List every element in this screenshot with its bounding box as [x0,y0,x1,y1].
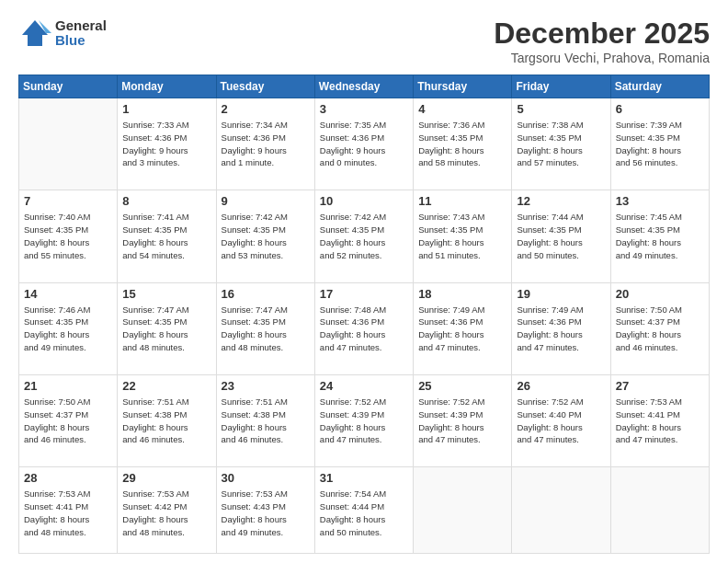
header: General Blue December 2025 Targsoru Vech… [18,17,710,65]
day-info: Sunrise: 7:53 AM Sunset: 4:41 PM Dayligh… [616,396,704,446]
svg-marker-0 [22,20,48,46]
day-number: 21 [24,379,112,393]
table-row: 9Sunrise: 7:42 AM Sunset: 4:35 PM Daylig… [216,190,314,282]
table-row: 12Sunrise: 7:44 AM Sunset: 4:35 PM Dayli… [512,190,610,282]
day-info: Sunrise: 7:50 AM Sunset: 4:37 PM Dayligh… [616,304,704,354]
table-row: 26Sunrise: 7:52 AM Sunset: 4:40 PM Dayli… [512,375,610,467]
table-row: 23Sunrise: 7:51 AM Sunset: 4:38 PM Dayli… [216,375,314,467]
day-number: 14 [24,287,112,301]
day-info: Sunrise: 7:49 AM Sunset: 4:36 PM Dayligh… [517,304,605,354]
day-number: 23 [222,379,310,393]
table-row: 6Sunrise: 7:39 AM Sunset: 4:35 PM Daylig… [610,98,709,190]
page: General Blue December 2025 Targsoru Vech… [0,0,728,563]
day-number: 5 [517,102,605,116]
day-number: 3 [320,102,408,116]
day-info: Sunrise: 7:51 AM Sunset: 4:38 PM Dayligh… [122,396,210,446]
table-row: 29Sunrise: 7:53 AM Sunset: 4:42 PM Dayli… [118,467,216,554]
day-info: Sunrise: 7:41 AM Sunset: 4:35 PM Dayligh… [122,211,210,261]
day-number: 25 [418,379,506,393]
day-info: Sunrise: 7:49 AM Sunset: 4:36 PM Dayligh… [418,304,506,354]
table-row [19,98,118,190]
table-row: 4Sunrise: 7:36 AM Sunset: 4:35 PM Daylig… [414,98,512,190]
day-number: 26 [517,379,605,393]
day-info: Sunrise: 7:38 AM Sunset: 4:35 PM Dayligh… [517,119,605,169]
day-info: Sunrise: 7:42 AM Sunset: 4:35 PM Dayligh… [222,211,310,261]
day-number: 19 [517,287,605,301]
day-number: 24 [320,379,408,393]
table-row: 16Sunrise: 7:47 AM Sunset: 4:35 PM Dayli… [216,282,314,374]
table-row: 13Sunrise: 7:45 AM Sunset: 4:35 PM Dayli… [610,190,709,282]
title-block: December 2025 Targsoru Vechi, Prahova, R… [494,17,710,65]
table-row: 18Sunrise: 7:49 AM Sunset: 4:36 PM Dayli… [414,282,512,374]
day-info: Sunrise: 7:47 AM Sunset: 4:35 PM Dayligh… [122,304,210,354]
day-number: 8 [122,194,210,208]
table-row: 24Sunrise: 7:52 AM Sunset: 4:39 PM Dayli… [314,375,413,467]
day-info: Sunrise: 7:52 AM Sunset: 4:40 PM Dayligh… [517,396,605,446]
day-number: 2 [222,102,310,116]
table-row: 28Sunrise: 7:53 AM Sunset: 4:41 PM Dayli… [19,467,118,554]
col-wednesday: Wednesday [314,75,413,98]
day-number: 16 [222,287,310,301]
table-row: 30Sunrise: 7:53 AM Sunset: 4:43 PM Dayli… [216,467,314,554]
day-number: 11 [418,194,506,208]
day-number: 4 [418,102,506,116]
table-row: 8Sunrise: 7:41 AM Sunset: 4:35 PM Daylig… [118,190,216,282]
day-info: Sunrise: 7:35 AM Sunset: 4:36 PM Dayligh… [320,119,408,169]
day-info: Sunrise: 7:53 AM Sunset: 4:41 PM Dayligh… [24,488,112,538]
day-info: Sunrise: 7:52 AM Sunset: 4:39 PM Dayligh… [320,396,408,446]
day-info: Sunrise: 7:50 AM Sunset: 4:37 PM Dayligh… [24,396,112,446]
table-row: 11Sunrise: 7:43 AM Sunset: 4:35 PM Dayli… [414,190,512,282]
logo-icon [18,17,51,50]
table-row [610,467,709,554]
subtitle: Targsoru Vechi, Prahova, Romania [494,51,710,65]
day-info: Sunrise: 7:47 AM Sunset: 4:35 PM Dayligh… [222,304,310,354]
table-row: 14Sunrise: 7:46 AM Sunset: 4:35 PM Dayli… [19,282,118,374]
day-number: 28 [24,471,112,485]
col-friday: Friday [512,75,610,98]
col-tuesday: Tuesday [216,75,314,98]
day-number: 20 [616,287,704,301]
logo: General Blue [18,17,107,50]
day-number: 27 [616,379,704,393]
table-row: 21Sunrise: 7:50 AM Sunset: 4:37 PM Dayli… [19,375,118,467]
calendar-header-row: Sunday Monday Tuesday Wednesday Thursday… [19,75,710,98]
day-info: Sunrise: 7:51 AM Sunset: 4:38 PM Dayligh… [222,396,310,446]
day-number: 29 [122,471,210,485]
day-number: 1 [122,102,210,116]
day-info: Sunrise: 7:48 AM Sunset: 4:36 PM Dayligh… [320,304,408,354]
table-row: 7Sunrise: 7:40 AM Sunset: 4:35 PM Daylig… [19,190,118,282]
table-row: 19Sunrise: 7:49 AM Sunset: 4:36 PM Dayli… [512,282,610,374]
day-info: Sunrise: 7:52 AM Sunset: 4:39 PM Dayligh… [418,396,506,446]
table-row: 22Sunrise: 7:51 AM Sunset: 4:38 PM Dayli… [118,375,216,467]
table-row: 15Sunrise: 7:47 AM Sunset: 4:35 PM Dayli… [118,282,216,374]
table-row: 25Sunrise: 7:52 AM Sunset: 4:39 PM Dayli… [414,375,512,467]
day-info: Sunrise: 7:36 AM Sunset: 4:35 PM Dayligh… [418,119,506,169]
table-row: 31Sunrise: 7:54 AM Sunset: 4:44 PM Dayli… [314,467,413,554]
table-row: 3Sunrise: 7:35 AM Sunset: 4:36 PM Daylig… [314,98,413,190]
logo-blue-text: Blue [55,33,107,49]
table-row: 5Sunrise: 7:38 AM Sunset: 4:35 PM Daylig… [512,98,610,190]
col-saturday: Saturday [610,75,709,98]
day-info: Sunrise: 7:43 AM Sunset: 4:35 PM Dayligh… [418,211,506,261]
day-number: 15 [122,287,210,301]
day-info: Sunrise: 7:42 AM Sunset: 4:35 PM Dayligh… [320,211,408,261]
day-info: Sunrise: 7:39 AM Sunset: 4:35 PM Dayligh… [616,119,704,169]
day-number: 7 [24,194,112,208]
calendar-table: Sunday Monday Tuesday Wednesday Thursday… [18,75,710,554]
day-number: 10 [320,194,408,208]
day-info: Sunrise: 7:53 AM Sunset: 4:43 PM Dayligh… [222,488,310,538]
table-row: 27Sunrise: 7:53 AM Sunset: 4:41 PM Dayli… [610,375,709,467]
day-number: 31 [320,471,408,485]
day-number: 6 [616,102,704,116]
day-info: Sunrise: 7:44 AM Sunset: 4:35 PM Dayligh… [517,211,605,261]
col-thursday: Thursday [414,75,512,98]
day-info: Sunrise: 7:53 AM Sunset: 4:42 PM Dayligh… [122,488,210,538]
logo-text: General Blue [55,18,107,49]
day-info: Sunrise: 7:45 AM Sunset: 4:35 PM Dayligh… [616,211,704,261]
table-row: 20Sunrise: 7:50 AM Sunset: 4:37 PM Dayli… [610,282,709,374]
day-number: 30 [222,471,310,485]
day-number: 22 [122,379,210,393]
table-row: 17Sunrise: 7:48 AM Sunset: 4:36 PM Dayli… [314,282,413,374]
table-row: 2Sunrise: 7:34 AM Sunset: 4:36 PM Daylig… [216,98,314,190]
col-sunday: Sunday [19,75,118,98]
